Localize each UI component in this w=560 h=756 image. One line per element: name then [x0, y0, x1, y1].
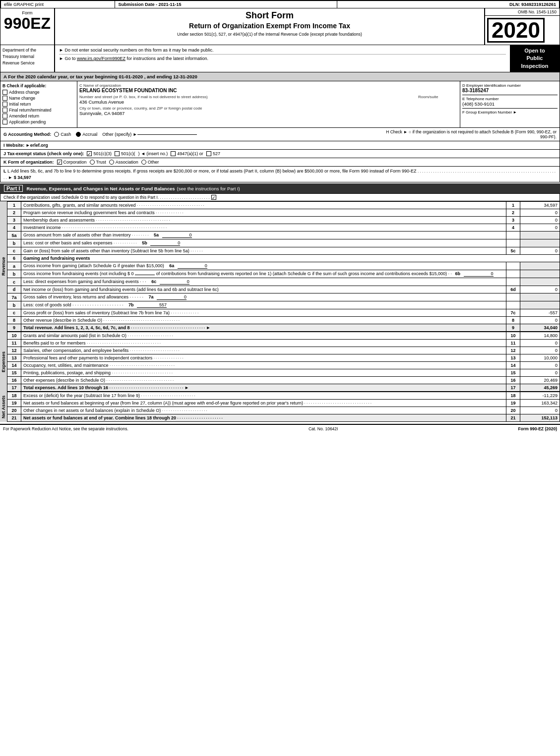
- other-radio[interactable]: [141, 160, 146, 165]
- l-value: $ 34,597: [14, 175, 31, 180]
- omb-number: OMB No. 1545-1150: [485, 8, 560, 16]
- expenses-side-label: Expenses: [0, 332, 7, 392]
- k-trust[interactable]: Trust: [90, 160, 106, 165]
- accrual-radio[interactable]: [76, 132, 81, 137]
- association-radio[interactable]: [109, 160, 114, 165]
- address-checkbox[interactable]: [2, 90, 7, 95]
- row-desc: Gross sales of inventory, less returns a…: [21, 293, 506, 301]
- row-desc: Net income or (loss) from gaming and fun…: [21, 286, 506, 293]
- k-association[interactable]: Association: [109, 160, 138, 165]
- name-checkbox[interactable]: [2, 96, 7, 101]
- k-corporation[interactable]: Corporation: [57, 160, 87, 165]
- cb-app-pending[interactable]: Application pending: [2, 119, 75, 124]
- table-row: 15 Printing, publications, postage, and …: [7, 369, 560, 377]
- part1-see-instructions: (see the instructions for Part I): [177, 186, 240, 191]
- row-value: 0: [520, 362, 560, 369]
- cb-name[interactable]: Name change: [2, 96, 75, 101]
- part1-label: Part I: [4, 185, 23, 192]
- l-row: L L Add lines 5b, 6c, and 7b to line 9 t…: [0, 167, 560, 182]
- accrual-option[interactable]: Accrual: [76, 132, 97, 137]
- row-line-num: 20: [506, 407, 520, 414]
- 501c-checkbox[interactable]: [115, 151, 120, 156]
- row-num: c: [7, 309, 21, 317]
- return-title: Return of Organization Exempt From Incom…: [59, 22, 480, 30]
- cb-address[interactable]: Address change: [2, 90, 75, 95]
- row-value: 14,800: [520, 332, 560, 340]
- table-row: 2 Program service revenue including gove…: [7, 209, 560, 217]
- row-line-num: [506, 239, 520, 247]
- row-line-num: [506, 232, 520, 239]
- row-value: [520, 278, 560, 286]
- table-row: b Gross income from fundraising events (…: [7, 270, 560, 278]
- row-num: 3: [7, 217, 21, 224]
- checkboxes-col: B Check if applicable: Address change Na…: [0, 81, 77, 127]
- table-row: 10 Grants and similar amounts paid (list…: [7, 332, 560, 340]
- row-value: [520, 262, 560, 270]
- app-pending-checkbox[interactable]: [2, 119, 7, 124]
- row-value: 20,469: [520, 377, 560, 384]
- row-line-num: 9: [506, 324, 520, 332]
- cash-option[interactable]: Cash: [54, 132, 71, 137]
- group-label: F Group Exemption Number ►: [462, 110, 558, 115]
- tax-501c3[interactable]: 501(c)(3): [87, 151, 112, 156]
- 501c3-checkbox[interactable]: [87, 151, 92, 156]
- row-num: 12: [7, 347, 21, 354]
- row-value: -11,229: [520, 392, 560, 400]
- website-row: I Website: ►erlef.org: [0, 141, 560, 150]
- row-line-num: 19: [506, 400, 520, 407]
- other-specify-field[interactable]: [137, 134, 197, 135]
- dln-label: DLN: 93492319126261: [337, 1, 559, 8]
- tax-501c[interactable]: 501(c)(: [115, 151, 135, 156]
- row-num: 15: [7, 369, 21, 377]
- row-desc: Excess or (deficit) for the year (Subtra…: [21, 392, 506, 400]
- part1-checkbox[interactable]: [211, 195, 216, 200]
- address-value: 436 Cumulus Avenue: [79, 99, 416, 105]
- 4947-checkbox[interactable]: [171, 151, 176, 156]
- revenue-side-label: Revenue: [0, 201, 7, 332]
- other-option[interactable]: Other (specify) ►: [102, 132, 196, 137]
- table-row: c Gross profit or (loss) from sales of i…: [7, 309, 560, 317]
- k-form-row: K Form of organization: Corporation Trus…: [0, 158, 560, 167]
- table-row: 16 Other expenses (describe in Schedule …: [7, 377, 560, 384]
- row-num: a: [7, 262, 21, 270]
- corporation-checkbox[interactable]: [57, 160, 62, 165]
- row-value: 0: [520, 217, 560, 224]
- amended-checkbox[interactable]: [2, 114, 7, 118]
- row-line-num: [506, 262, 520, 270]
- final-checkbox[interactable]: [2, 108, 7, 113]
- cb-amended[interactable]: Amended return: [2, 114, 75, 118]
- row-desc: Gaming and fundraising events: [21, 255, 560, 262]
- tax-527[interactable]: 527: [206, 151, 220, 156]
- cash-radio[interactable]: [54, 132, 59, 137]
- g-label: G Accounting Method:: [3, 132, 51, 137]
- row-line-num: 3: [506, 217, 520, 224]
- row-desc: Salaries, other compensation, and employ…: [21, 347, 506, 354]
- subtitle: Under section 501(c), 527, or 4947(a)(1)…: [59, 32, 480, 37]
- cb-final[interactable]: Final return/terminated: [2, 108, 75, 113]
- tax-4947[interactable]: 4947(a)(1) or: [171, 151, 203, 156]
- table-row: 8 Other revenue (describe in Schedule O)…: [7, 317, 560, 324]
- row-value: 0: [520, 407, 560, 414]
- row-line-num: 6d: [506, 286, 520, 293]
- row-value: 152,113: [520, 414, 560, 422]
- table-row: 3 Membership dues and assessments · · · …: [7, 217, 560, 224]
- table-row: 14 Occupancy, rent, utilities, and maint…: [7, 362, 560, 369]
- 527-checkbox[interactable]: [206, 151, 211, 156]
- table-row: 1 Contributions, gifts, grants, and simi…: [7, 202, 560, 209]
- ein-section: D Employer identification number 83-3185…: [462, 83, 558, 95]
- j-label: J Tax-exempt status (check only one):: [3, 151, 84, 156]
- form-title-box: Short Form Return of Organization Exempt…: [55, 8, 485, 45]
- row-desc: Total revenue. Add lines 1, 2, 3, 4, 5c,…: [21, 324, 506, 332]
- open-to-public: Open toPublicInspection: [510, 45, 560, 72]
- cb-initial[interactable]: Initial return: [2, 102, 75, 107]
- initial-checkbox[interactable]: [2, 102, 7, 107]
- row-line-num: 1: [506, 202, 520, 209]
- dept-label: Department of the Treasury Internal Reve…: [0, 45, 55, 72]
- trust-radio[interactable]: [90, 160, 95, 165]
- employer-col: D Employer identification number 83-3185…: [460, 81, 560, 127]
- form-fields-row: B Check if applicable: Address change Na…: [0, 81, 560, 128]
- city-value: Sunnyvale, CA 94087: [79, 111, 458, 116]
- irs-link[interactable]: www.irs.gov/Form990EZ: [77, 56, 125, 61]
- k-other[interactable]: Other: [141, 160, 159, 165]
- row-line-num: 16: [506, 377, 520, 384]
